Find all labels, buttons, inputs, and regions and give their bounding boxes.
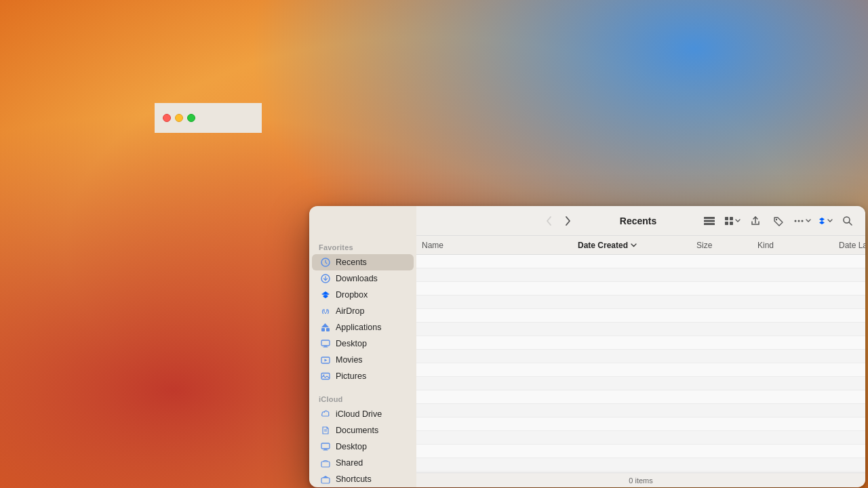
table-row [416, 336, 865, 350]
table-row [416, 390, 865, 404]
svg-rect-8 [321, 328, 325, 331]
close-button[interactable] [163, 114, 171, 122]
downloads-icon [320, 273, 331, 284]
sidebar: Favorites Recents [309, 206, 416, 487]
svg-rect-30 [730, 217, 733, 220]
titlebar [155, 103, 262, 133]
svg-rect-32 [730, 222, 733, 225]
sidebar-item-documents[interactable]: Documents [312, 422, 414, 439]
main-content: Recents [416, 206, 865, 487]
svg-rect-27 [704, 220, 715, 222]
svg-marker-37 [819, 218, 825, 221]
sidebar-item-downloads[interactable]: Downloads [312, 270, 414, 287]
column-headers: Name Date Created Size Kind Date Last Op… [416, 236, 865, 255]
toolbar-controls [700, 211, 857, 230]
documents-icon [320, 425, 331, 436]
svg-rect-22 [323, 450, 328, 451]
table-row [416, 296, 865, 309]
table-row [416, 323, 865, 336]
shared-icon [320, 458, 331, 468]
movies-icon [320, 354, 331, 365]
favorites-label: Favorites [309, 238, 416, 254]
svg-rect-24 [321, 478, 330, 483]
airdrop-icon [320, 306, 331, 317]
col-header-name[interactable]: Name [416, 236, 572, 254]
grid-view-button[interactable] [723, 211, 742, 230]
sidebar-item-label-pictures: Pictures [336, 371, 366, 381]
svg-rect-13 [323, 347, 328, 348]
sidebar-item-airdrop[interactable]: AirDrop [312, 303, 414, 319]
back-button[interactable] [540, 212, 557, 230]
sidebar-item-desktop-icloud[interactable]: Desktop [312, 439, 414, 455]
col-header-date-created[interactable]: Date Created [572, 236, 691, 254]
svg-rect-29 [725, 217, 728, 220]
sidebar-item-label-downloads: Downloads [336, 274, 378, 283]
search-button[interactable] [838, 211, 857, 230]
svg-rect-11 [321, 340, 330, 346]
svg-marker-25 [322, 476, 329, 478]
table-row [416, 404, 865, 418]
table-row [416, 363, 865, 377]
svg-rect-12 [324, 346, 327, 347]
sidebar-item-label-documents: Documents [336, 426, 378, 435]
sidebar-item-recents[interactable]: Recents [312, 254, 414, 270]
sidebar-item-label-dropbox: Dropbox [336, 290, 368, 300]
tag-button[interactable] [769, 211, 788, 230]
dropbox-sidebar-icon [320, 289, 331, 300]
col-header-size[interactable]: Size [691, 236, 752, 254]
sidebar-item-movies[interactable]: Movies [312, 352, 414, 368]
sidebar-item-shortcuts[interactable]: Shortcuts [312, 471, 414, 487]
finder-window: Favorites Recents [155, 103, 711, 384]
dropbox-button[interactable] [815, 211, 834, 230]
svg-point-34 [794, 220, 796, 222]
svg-rect-28 [704, 223, 715, 225]
table-row [416, 282, 865, 296]
sidebar-item-shared[interactable]: Shared [312, 455, 414, 471]
svg-point-33 [776, 218, 777, 220]
sidebar-item-label-shared: Shared [336, 458, 363, 468]
sidebar-item-label-shortcuts: Shortcuts [336, 474, 372, 484]
sidebar-item-label-airdrop: AirDrop [336, 306, 364, 316]
sidebar-item-dropbox[interactable]: Dropbox [312, 287, 414, 303]
applications-icon [320, 322, 331, 333]
svg-rect-31 [725, 222, 728, 225]
sidebar-item-label-desktop-icloud: Desktop [336, 442, 367, 451]
table-row [416, 458, 865, 472]
status-bar: 0 items [416, 472, 865, 487]
sidebar-item-label-recents: Recents [336, 258, 367, 267]
shortcuts-icon [320, 474, 331, 485]
svg-marker-10 [321, 323, 329, 327]
svg-rect-26 [704, 217, 715, 219]
table-row [416, 445, 865, 458]
sidebar-item-applications[interactable]: Applications [312, 319, 414, 336]
col-header-date-last-opened[interactable]: Date Last Opened [833, 236, 865, 254]
table-row [416, 309, 865, 323]
sidebar-item-pictures[interactable]: Pictures [312, 368, 414, 384]
desktop-icloud-icon [320, 441, 331, 452]
col-header-kind[interactable]: Kind [752, 236, 833, 254]
maximize-button[interactable] [187, 114, 195, 122]
svg-point-35 [797, 220, 800, 222]
icloud-label: iCloud [309, 390, 416, 406]
svg-marker-15 [325, 359, 328, 362]
toolbar: Recents [416, 206, 865, 236]
icloud-drive-icon [320, 409, 331, 420]
sidebar-item-label-icloud-drive: iCloud Drive [336, 409, 382, 419]
action-button[interactable] [792, 211, 811, 230]
table-row [416, 255, 865, 268]
recents-icon [320, 257, 331, 268]
forward-button[interactable] [559, 212, 576, 230]
minimize-button[interactable] [175, 114, 183, 122]
sidebar-item-label-applications: Applications [336, 323, 381, 332]
svg-point-36 [801, 220, 803, 222]
sidebar-item-desktop[interactable]: Desktop [312, 336, 414, 352]
list-view-button[interactable] [700, 211, 719, 230]
sidebar-item-icloud-drive[interactable]: iCloud Drive [312, 406, 414, 422]
share-button[interactable] [746, 211, 765, 230]
file-list [416, 255, 865, 472]
svg-marker-38 [819, 221, 825, 224]
svg-rect-21 [324, 449, 327, 450]
nav-buttons [540, 212, 576, 230]
svg-rect-9 [326, 328, 330, 331]
item-count: 0 items [629, 476, 652, 485]
